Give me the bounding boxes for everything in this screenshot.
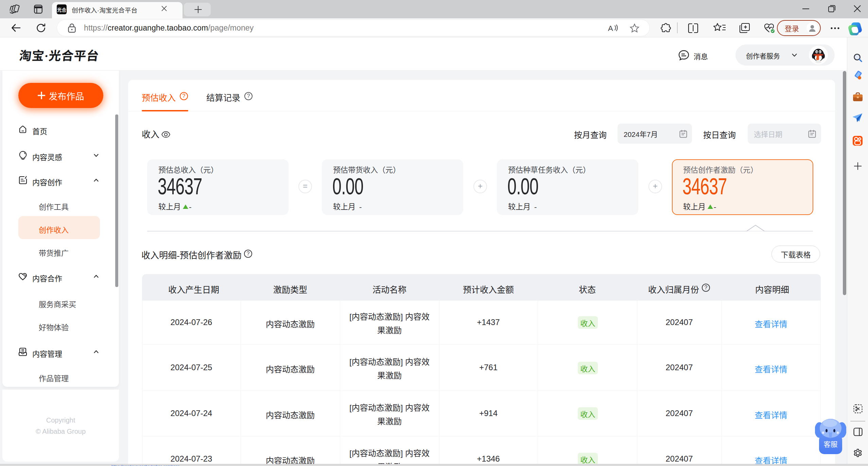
- svg-text:A: A: [608, 24, 613, 32]
- svg-text:客服: 客服: [824, 439, 838, 449]
